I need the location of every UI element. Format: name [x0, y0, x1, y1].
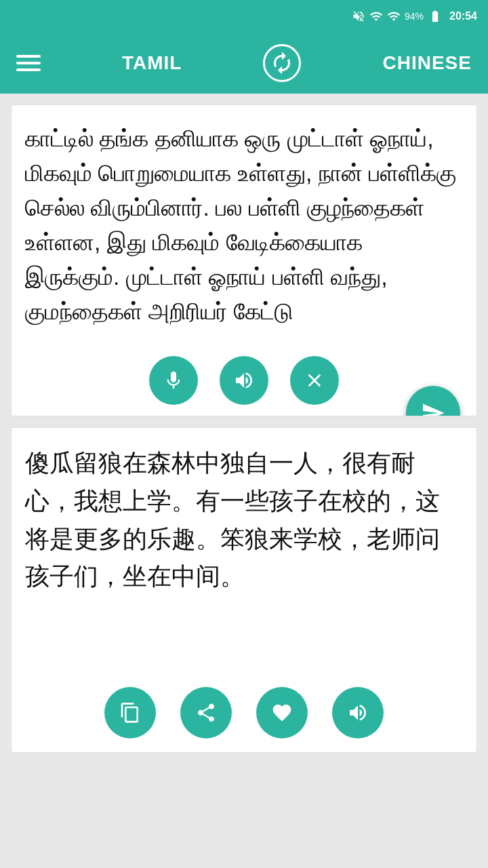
close-button[interactable] — [290, 356, 339, 405]
copy-icon — [119, 702, 141, 724]
source-language-label[interactable]: TAMIL — [122, 52, 182, 74]
app-header: TAMIL CHINESE — [0, 33, 488, 94]
target-language-label[interactable]: CHINESE — [383, 52, 472, 74]
mute-icon — [352, 9, 365, 23]
share-icon — [195, 702, 217, 724]
wifi-icon — [369, 9, 383, 23]
target-action-buttons — [12, 687, 476, 738]
status-icons: 94% 20:54 — [352, 9, 477, 23]
swap-language-button[interactable] — [263, 44, 301, 82]
microphone-button[interactable] — [149, 356, 198, 405]
source-text-panel: காட்டில் தங்க தனியாக ஒரு முட்டாள் ஓநாய்,… — [11, 104, 477, 416]
signal-icon — [387, 9, 401, 23]
main-content: காட்டில் தங்க தனியாக ஒரு முட்டாள் ஓநாய்,… — [0, 94, 488, 868]
swap-icon — [270, 51, 294, 75]
status-bar: 94% 20:54 — [0, 0, 488, 33]
source-action-buttons — [12, 356, 476, 405]
target-text[interactable]: 傻瓜留狼在森林中独自一人，很有耐心，我想上学。有一些孩子在校的，这将是更多的乐趣… — [25, 444, 463, 595]
target-text-panel: 傻瓜留狼在森林中独自一人，很有耐心，我想上学。有一些孩子在校的，这将是更多的乐趣… — [11, 427, 477, 753]
volume-icon-top — [233, 370, 255, 391]
status-time: 20:54 — [449, 10, 477, 22]
share-button[interactable] — [180, 687, 232, 738]
send-icon — [421, 401, 445, 416]
battery-icon — [428, 9, 443, 23]
speaker-button-top[interactable] — [220, 356, 268, 405]
mic-icon — [163, 370, 184, 391]
speaker-button-bottom[interactable] — [332, 687, 384, 738]
close-icon — [304, 370, 325, 391]
menu-button[interactable] — [16, 55, 41, 71]
like-button[interactable] — [256, 687, 308, 738]
like-icon — [271, 702, 293, 724]
battery-level: 94% — [405, 11, 424, 22]
copy-button[interactable] — [104, 687, 156, 738]
source-text[interactable]: காட்டில் தங்க தனியாக ஒரு முட்டாள் ஓநாய்,… — [25, 121, 463, 329]
volume-icon-bottom — [347, 702, 369, 724]
